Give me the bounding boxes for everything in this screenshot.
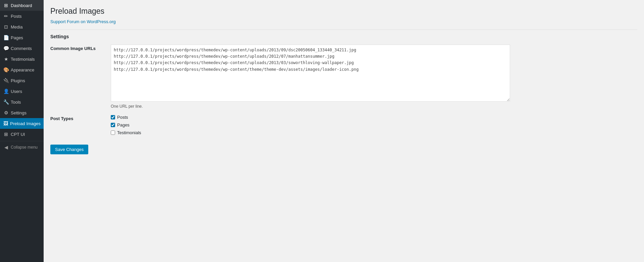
comments-icon: 💬	[3, 46, 9, 51]
save-changes-button[interactable]: Save Changes	[50, 145, 88, 154]
posts-checkbox[interactable]	[111, 115, 115, 119]
sidebar-divider	[0, 141, 44, 141]
sidebar: ⊞ Dashboard ✏ Posts ⊡ Media 📄 Pages 💬 Co…	[0, 0, 44, 262]
sidebar-item-posts[interactable]: ✏ Posts	[0, 11, 44, 21]
sidebar-item-label: Dashboard	[11, 3, 32, 8]
collapse-icon: ◀	[3, 145, 9, 150]
sidebar-item-label: CPT UI	[11, 132, 25, 137]
sidebar-item-plugins[interactable]: 🔌 Plugins	[0, 75, 44, 86]
sidebar-item-preload-images[interactable]: 🖼 Preload Images	[0, 118, 44, 129]
preload-images-icon: 🖼	[3, 121, 8, 126]
common-image-urls-row: Common Image URLs http://127.0.0.1/proje…	[50, 45, 637, 109]
urls-textarea[interactable]: http://127.0.0.1/projects/wordpress/them…	[111, 45, 510, 102]
sidebar-item-label: Testimonials	[11, 57, 35, 62]
media-icon: ⊡	[3, 24, 9, 30]
common-image-urls-field: http://127.0.0.1/projects/wordpress/them…	[111, 45, 637, 109]
appearance-icon: 🎨	[3, 67, 9, 72]
settings-heading: Settings	[50, 30, 637, 39]
tools-icon: 🔧	[3, 99, 9, 105]
post-types-row: Post Types Posts Pages Testimonials	[50, 115, 637, 135]
dashboard-icon: ⊞	[3, 3, 9, 8]
sidebar-item-appearance[interactable]: 🎨 Appearance	[0, 64, 44, 75]
sidebar-item-label: Pages	[11, 35, 23, 40]
testimonials-label: Testimonials	[117, 130, 141, 135]
post-types-posts[interactable]: Posts	[111, 115, 637, 120]
sidebar-item-users[interactable]: 👤 Users	[0, 86, 44, 97]
sidebar-item-label: Comments	[11, 46, 32, 51]
sidebar-item-tools[interactable]: 🔧 Tools	[0, 97, 44, 107]
post-types-field: Posts Pages Testimonials	[111, 115, 637, 135]
page-title: Preload Images	[50, 7, 637, 16]
testimonials-icon: ★	[3, 56, 9, 62]
sidebar-item-label: Plugins	[11, 78, 25, 83]
sidebar-item-label: Settings	[11, 110, 27, 115]
sidebar-item-testimonials[interactable]: ★ Testimonials	[0, 54, 44, 64]
collapse-menu-label: Collapse menu	[11, 145, 38, 150]
testimonials-checkbox[interactable]	[111, 130, 115, 135]
plugins-icon: 🔌	[3, 78, 9, 83]
main-content: Preload Images Support Forum on WordPres…	[44, 0, 644, 262]
post-types-label: Post Types	[50, 115, 111, 121]
sidebar-item-label: Tools	[11, 100, 21, 105]
sidebar-item-pages[interactable]: 📄 Pages	[0, 32, 44, 43]
support-forum-link[interactable]: Support Forum on WordPress.org	[50, 19, 116, 24]
sidebar-item-label: Appearance	[11, 67, 34, 72]
sidebar-item-label: Users	[11, 89, 22, 94]
urls-hint: One URL per line.	[111, 104, 637, 109]
sidebar-item-comments[interactable]: 💬 Comments	[0, 43, 44, 54]
post-types-pages[interactable]: Pages	[111, 122, 637, 127]
post-types-testimonials[interactable]: Testimonials	[111, 130, 637, 135]
checkbox-group: Posts Pages Testimonials	[111, 115, 637, 135]
sidebar-item-dashboard[interactable]: ⊞ Dashboard	[0, 0, 44, 11]
posts-label: Posts	[117, 115, 128, 120]
cpt-ui-icon: ⊞	[3, 132, 9, 137]
pages-checkbox[interactable]	[111, 123, 115, 127]
sidebar-item-label: Posts	[11, 14, 22, 19]
sidebar-item-label: Preload Images	[10, 121, 41, 126]
pages-label: Pages	[117, 122, 130, 127]
pages-icon: 📄	[3, 35, 9, 40]
sidebar-item-media[interactable]: ⊡ Media	[0, 21, 44, 32]
sidebar-item-settings[interactable]: ⚙ Settings	[0, 107, 44, 118]
collapse-menu-item[interactable]: ◀ Collapse menu	[0, 143, 44, 152]
sidebar-item-cpt-ui[interactable]: ⊞ CPT UI	[0, 129, 44, 140]
common-image-urls-label: Common Image URLs	[50, 45, 111, 51]
sidebar-item-label: Media	[11, 24, 22, 30]
settings-icon: ⚙	[3, 110, 9, 115]
users-icon: 👤	[3, 89, 9, 94]
posts-icon: ✏	[3, 13, 9, 19]
